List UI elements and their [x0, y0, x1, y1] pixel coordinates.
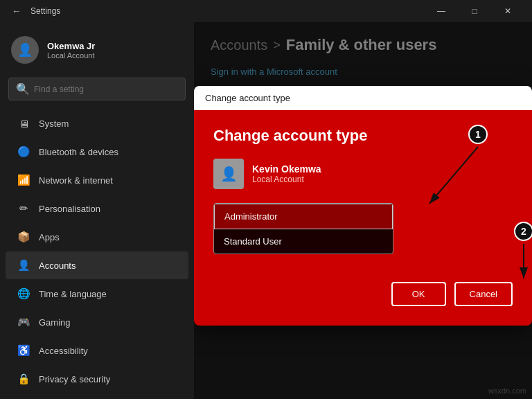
network-icon: 📶: [17, 173, 30, 187]
annotation-2: 2: [514, 222, 532, 241]
sidebar-item-accessibility[interactable]: ♿ Accessibility: [6, 337, 188, 364]
dialog-avatar: 👤: [213, 159, 244, 189]
search-box[interactable]: 🔍: [8, 78, 186, 100]
dropdown-item-standard[interactable]: Standard User: [214, 229, 393, 254]
minimize-button[interactable]: —: [425, 0, 457, 22]
maximize-button[interactable]: □: [459, 0, 490, 22]
sidebar-item-bluetooth[interactable]: 🔵 Bluetooth & devices: [6, 138, 188, 166]
app-title: Settings: [30, 6, 60, 16]
sidebar-item-label: Bluetooth & devices: [39, 147, 118, 157]
dropdown-item-administrator[interactable]: Administrator: [214, 204, 393, 229]
personalization-icon: ✏: [17, 202, 30, 215]
accessibility-icon: ♿: [17, 344, 30, 357]
dialog-titlebar: Change account type: [194, 86, 532, 110]
sidebar-item-label: Accounts: [39, 260, 76, 271]
content-area: Accounts > Family & other users Sign in …: [194, 22, 532, 399]
sidebar-item-label: Accessibility: [39, 346, 88, 356]
privacy-icon: 🔒: [17, 372, 30, 386]
dialog-actions: OK Cancel: [213, 282, 513, 306]
ok-button[interactable]: OK: [391, 282, 446, 306]
account-type-dropdown[interactable]: Administrator Standard User: [213, 203, 393, 254]
apps-icon: 📦: [17, 230, 30, 244]
window-controls: — □ ✕: [425, 0, 524, 22]
system-icon: 🖥: [17, 116, 30, 130]
dialog: Change account type Change account type …: [194, 86, 532, 326]
user-info: Okemwa Jr Local Account: [47, 41, 95, 60]
user-type: Local Account: [47, 51, 95, 60]
sidebar-item-privacy[interactable]: 🔒 Privacy & security: [6, 365, 188, 393]
sidebar-item-label: Apps: [39, 232, 60, 242]
title-bar: ← Settings — □ ✕: [0, 0, 532, 22]
user-profile: 👤 Okemwa Jr Local Account: [0, 28, 194, 72]
search-icon: 🔍: [16, 82, 30, 96]
sidebar-item-apps[interactable]: 📦 Apps: [6, 223, 188, 251]
cancel-button[interactable]: Cancel: [454, 282, 513, 306]
dropdown-list: Administrator Standard User: [213, 203, 393, 254]
dialog-user-type: Local Account: [252, 175, 321, 184]
accounts-icon: 👤: [17, 258, 30, 272]
back-button[interactable]: ←: [8, 3, 25, 19]
sidebar: 👤 Okemwa Jr Local Account 🔍 🖥 System 🔵 B…: [0, 22, 194, 399]
sidebar-item-time[interactable]: 🌐 Time & language: [6, 280, 188, 308]
dialog-user-info: Kevin Okemwa Local Account: [252, 163, 321, 184]
user-name: Okemwa Jr: [47, 41, 95, 51]
sidebar-item-label: Time & language: [39, 289, 107, 299]
sidebar-item-windows-update[interactable]: 🔄 Windows Update: [6, 393, 188, 399]
sidebar-item-label: System: [39, 118, 69, 129]
sidebar-item-system[interactable]: 🖥 System: [6, 109, 188, 137]
avatar: 👤: [11, 36, 39, 64]
time-icon: 🌐: [17, 287, 30, 301]
sidebar-item-accounts[interactable]: 👤 Accounts: [6, 251, 188, 279]
gaming-icon: 🎮: [17, 315, 30, 329]
sidebar-item-gaming[interactable]: 🎮 Gaming: [6, 308, 188, 336]
app-body: 👤 Okemwa Jr Local Account 🔍 🖥 System 🔵 B…: [0, 22, 532, 399]
dialog-user-name: Kevin Okemwa: [252, 163, 321, 175]
sidebar-item-network[interactable]: 📶 Network & internet: [6, 166, 188, 194]
sidebar-nav: 🖥 System 🔵 Bluetooth & devices 📶 Network…: [0, 106, 194, 399]
annotation-1: 1: [468, 125, 488, 144]
sidebar-item-personalization[interactable]: ✏ Personalisation: [6, 195, 188, 222]
dialog-user-row: 👤 Kevin Okemwa Local Account: [213, 159, 513, 189]
dialog-wrapper: Change account type Change account type …: [194, 44, 532, 399]
sidebar-item-label: Gaming: [39, 317, 71, 328]
sidebar-item-label: Network & internet: [39, 175, 113, 186]
sidebar-item-label: Personalisation: [39, 204, 100, 214]
sidebar-item-label: Privacy & security: [39, 374, 110, 384]
search-input[interactable]: [34, 85, 178, 94]
bluetooth-icon: 🔵: [17, 145, 30, 159]
close-button[interactable]: ✕: [492, 0, 524, 22]
